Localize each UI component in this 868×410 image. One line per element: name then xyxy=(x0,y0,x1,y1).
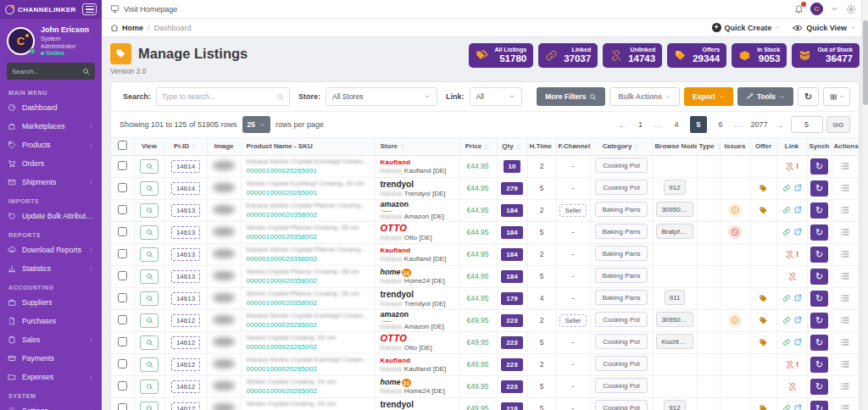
category-pill[interactable]: Cooking Pot xyxy=(595,312,648,327)
refresh-button[interactable]: ↻ xyxy=(798,87,819,106)
link-select[interactable]: All xyxy=(470,87,522,106)
product-image[interactable] xyxy=(213,249,235,258)
sync-button[interactable]: ↻ xyxy=(810,291,828,307)
sync-button[interactable]: ↻ xyxy=(810,335,828,351)
category-pill[interactable]: Baking Pans xyxy=(595,224,648,239)
view-button[interactable] xyxy=(140,247,159,262)
external-link-icon[interactable] xyxy=(793,294,802,302)
scrollbar-thumb[interactable] xyxy=(863,20,868,105)
view-button[interactable] xyxy=(140,357,159,372)
sidebar-item-orders[interactable]: Orders xyxy=(0,154,102,173)
row-checkbox[interactable] xyxy=(118,183,127,192)
external-link-icon[interactable] xyxy=(793,316,802,324)
row-checkbox[interactable] xyxy=(118,315,127,324)
home-icon[interactable] xyxy=(110,24,119,32)
stat-badge-out-of-stock[interactable]: Out of Stock36477 xyxy=(792,43,860,68)
category-pill[interactable]: Cooking Pot xyxy=(595,400,648,410)
unlinked-icon[interactable] xyxy=(785,360,794,368)
search-input[interactable]: Type to search... xyxy=(156,87,290,106)
external-link-icon[interactable] xyxy=(793,184,802,192)
product-image[interactable] xyxy=(213,359,235,368)
category-pill[interactable]: Cooking Pot xyxy=(595,378,648,393)
stat-badge-unlinked[interactable]: Unlinked14743 xyxy=(603,43,662,68)
sync-button[interactable]: ↻ xyxy=(810,180,828,197)
sidebar-item-shipments[interactable]: Shipments xyxy=(0,173,102,191)
page-size-select[interactable]: 25 xyxy=(242,116,270,133)
actions-menu-icon[interactable] xyxy=(840,381,850,390)
sync-button[interactable]: ↻ xyxy=(810,401,828,410)
pager-page-2077[interactable]: 2077 xyxy=(751,117,768,132)
row-checkbox[interactable] xyxy=(118,271,127,280)
tools-button[interactable]: Tools xyxy=(737,87,793,106)
issue-info-icon[interactable] xyxy=(728,313,742,327)
topbar-avatar[interactable] xyxy=(810,3,823,15)
browse-node-pill[interactable]: 912 xyxy=(664,400,685,410)
linked-icon[interactable] xyxy=(782,206,791,214)
product-image[interactable] xyxy=(213,161,235,170)
row-checkbox[interactable] xyxy=(118,293,127,302)
product-image[interactable] xyxy=(213,315,235,324)
sidebar-item-settings[interactable]: Settings xyxy=(0,402,102,410)
page-scrollbar[interactable] xyxy=(861,0,868,410)
unlinked-icon[interactable] xyxy=(787,381,797,390)
category-pill[interactable]: Baking Pans xyxy=(595,268,648,283)
category-pill[interactable]: Cooking Pot xyxy=(595,356,648,371)
quick-create-button[interactable]: Quick Create xyxy=(712,23,782,32)
category-pill[interactable]: Cooking Pot xyxy=(595,180,648,195)
view-button[interactable] xyxy=(140,269,159,284)
quick-view-button[interactable]: Quick View xyxy=(793,23,856,33)
pager-page-1[interactable]: 1 xyxy=(634,117,646,132)
actions-menu-icon[interactable] xyxy=(840,249,850,258)
row-checkbox[interactable] xyxy=(118,403,127,410)
category-pill[interactable]: Cooking Pot xyxy=(595,158,648,173)
browse-node-pill[interactable]: 911 xyxy=(665,290,686,305)
browse-node-pill[interactable]: Kochtopf xyxy=(656,334,693,349)
category-pill[interactable]: Baking Pans xyxy=(595,246,648,261)
offer-tag-icon[interactable] xyxy=(759,315,768,324)
select-all-checkbox[interactable] xyxy=(118,141,127,150)
sync-button[interactable]: ↻ xyxy=(810,224,828,241)
view-button[interactable] xyxy=(140,402,159,410)
sidebar-search-input[interactable]: Search... xyxy=(7,63,95,80)
linked-icon[interactable] xyxy=(782,316,791,324)
linked-icon[interactable] xyxy=(782,228,791,236)
sync-button[interactable]: ↻ xyxy=(810,379,828,395)
issue-info-icon[interactable] xyxy=(728,203,742,217)
actions-menu-icon[interactable] xyxy=(840,293,850,302)
row-checkbox[interactable] xyxy=(118,161,127,170)
product-image[interactable] xyxy=(213,293,235,302)
external-link-icon[interactable] xyxy=(793,338,802,346)
external-link-icon[interactable] xyxy=(793,228,802,236)
sidebar-item-statistics[interactable]: Statistics xyxy=(0,259,102,278)
browse-node-pill[interactable]: 3095022031 xyxy=(656,312,693,327)
column-header-pr-id[interactable]: Pr.ID xyxy=(164,138,207,155)
row-checkbox[interactable] xyxy=(118,227,127,236)
stat-badge-all-listings[interactable]: All Listings51780 xyxy=(469,43,533,68)
product-image[interactable] xyxy=(213,337,235,346)
sync-button[interactable]: ↻ xyxy=(810,357,828,373)
pager-page-4[interactable]: 4 xyxy=(670,117,682,132)
sidebar-item-sales[interactable]: Sales xyxy=(0,330,102,349)
actions-menu-icon[interactable] xyxy=(840,227,850,235)
breadcrumb-home[interactable]: Home xyxy=(122,24,143,32)
pager-next-button[interactable]: → xyxy=(776,120,784,130)
browse-node-pill[interactable]: 3095022031 xyxy=(656,202,693,217)
stat-badge-linked[interactable]: Linked37037 xyxy=(538,43,598,68)
linked-icon[interactable] xyxy=(782,294,791,302)
category-pill[interactable]: Baking Pans xyxy=(595,290,648,305)
product-image[interactable] xyxy=(213,271,235,280)
actions-menu-icon[interactable] xyxy=(840,403,850,410)
sidebar-item-payments[interactable]: Payments xyxy=(0,349,102,368)
bulk-actions-button[interactable]: Bulk Actions xyxy=(609,87,680,106)
external-link-icon[interactable] xyxy=(793,206,802,214)
category-pill[interactable]: Baking Pans xyxy=(595,202,648,217)
sidebar-item-update-bulk-attribute-data[interactable]: Update Bulk Attribute Data xyxy=(0,207,102,225)
sidebar-item-expenses[interactable]: Expenses xyxy=(0,368,102,386)
product-image[interactable] xyxy=(213,205,235,214)
pager-page-5[interactable]: 5 xyxy=(690,116,707,133)
page-jump-input[interactable]: 5 xyxy=(791,116,823,133)
visit-homepage-link[interactable]: Visit Homepage xyxy=(124,5,177,14)
chevron-down-icon[interactable] xyxy=(830,4,839,14)
sync-button[interactable]: ↻ xyxy=(810,202,828,219)
pager-prev-button[interactable]: ← xyxy=(618,120,626,130)
